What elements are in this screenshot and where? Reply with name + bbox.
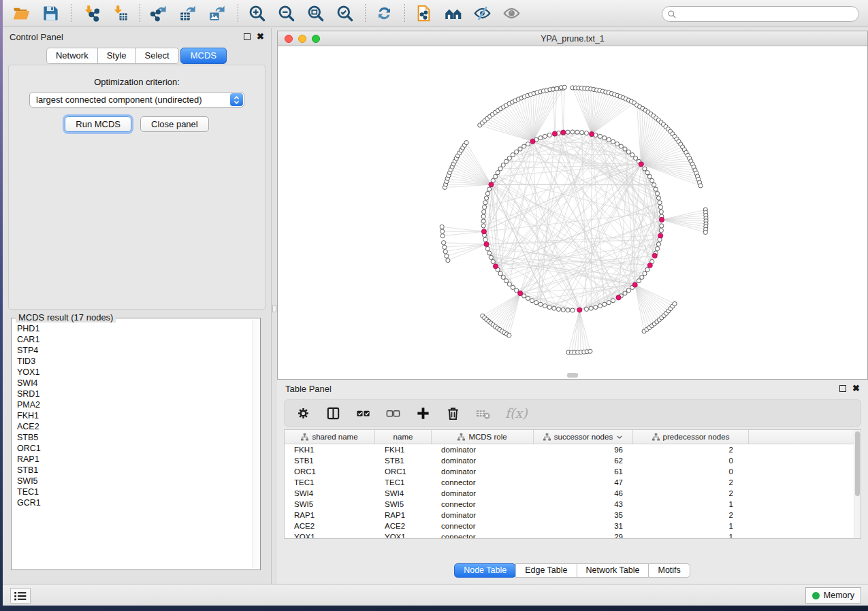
export-table-icon[interactable] xyxy=(176,3,199,24)
table-vscrollbar[interactable] xyxy=(854,430,861,538)
open-file-icon[interactable] xyxy=(10,3,33,24)
table-vscrollbar-thumb[interactable] xyxy=(855,431,860,496)
minimize-window-icon[interactable] xyxy=(298,35,306,43)
task-history-button[interactable] xyxy=(10,588,31,604)
mcds-result-item[interactable]: CAR1 xyxy=(17,334,252,345)
table-cell: 96 xyxy=(534,446,633,454)
select-stepper-icon[interactable] xyxy=(230,93,243,106)
mcds-result-item[interactable]: SWI5 xyxy=(17,476,252,486)
list-icon xyxy=(14,591,27,601)
table-row[interactable]: SWI5SWI5connector431 xyxy=(285,499,854,510)
table-row[interactable]: STB1STB1dominator620 xyxy=(285,455,854,466)
table-row[interactable]: FKH1FKH1dominator962 xyxy=(285,444,854,455)
table-row[interactable]: SWI4SWI4dominator462 xyxy=(285,488,854,499)
table-cell: 1 xyxy=(633,533,749,538)
mcds-result-item[interactable]: PMA2 xyxy=(17,399,252,410)
memory-button[interactable]: Memory xyxy=(805,587,861,604)
column-header-shared-name[interactable]: shared name xyxy=(285,430,375,444)
import-network-icon[interactable] xyxy=(78,3,101,24)
float-window-icon[interactable] xyxy=(839,385,846,392)
zoom-out-icon[interactable] xyxy=(274,3,298,24)
mcds-result-item[interactable]: STB1 xyxy=(17,465,252,476)
table-cell: ACE2 xyxy=(285,522,375,530)
table-row[interactable]: ACE2ACE2connector311 xyxy=(285,521,854,531)
table-cell: 46 xyxy=(534,489,633,497)
network-window-titlebar[interactable]: YPA_prune.txt_1 xyxy=(278,31,867,46)
criterion-selected-value: largest connected component (undirected) xyxy=(36,95,202,105)
add-icon[interactable] xyxy=(415,406,431,421)
memory-status-icon xyxy=(812,592,820,599)
tab-network[interactable]: Network xyxy=(46,48,98,64)
mcds-result-item[interactable]: RAP1 xyxy=(17,454,252,465)
mcds-result-item[interactable]: GCR1 xyxy=(17,497,252,508)
mcds-result-item[interactable]: PHD1 xyxy=(17,323,252,334)
zoom-in-icon[interactable] xyxy=(245,3,268,24)
run-mcds-button[interactable]: Run MCDS xyxy=(65,116,131,132)
tab-network-table[interactable]: Network Table xyxy=(577,563,649,578)
hide-visual-props-icon[interactable] xyxy=(470,3,494,24)
mcds-result-item[interactable]: SRD1 xyxy=(17,389,252,399)
refresh-icon[interactable] xyxy=(372,3,396,24)
unselect-all-icon[interactable] xyxy=(385,406,401,421)
tab-node-table[interactable]: Node Table xyxy=(454,563,516,578)
tab-edge-table[interactable]: Edge Table xyxy=(515,563,577,578)
table-cell: SWI5 xyxy=(285,500,375,508)
network-file-icon[interactable] xyxy=(412,3,435,24)
mcds-result-item[interactable]: STP4 xyxy=(17,345,252,356)
mcds-result-item[interactable]: TEC1 xyxy=(17,486,252,497)
select-all-icon[interactable] xyxy=(355,406,371,421)
close-panel-button[interactable]: Close panel xyxy=(140,116,209,132)
search-input[interactable] xyxy=(677,8,858,20)
legend-icon[interactable] xyxy=(441,3,464,24)
zoom-fit-icon[interactable] xyxy=(304,3,327,24)
mcds-result-item[interactable]: STB5 xyxy=(17,432,252,443)
mcds-result-item[interactable]: SWI4 xyxy=(17,378,252,389)
column-header-successor-nodes[interactable]: successor nodes xyxy=(534,430,633,444)
save-icon[interactable] xyxy=(39,3,62,24)
column-header-predecessor-nodes[interactable]: predecessor nodes xyxy=(633,430,749,444)
tab-mcds[interactable]: MCDS xyxy=(180,48,227,64)
table-cell: YOX1 xyxy=(285,533,375,538)
network-hscrollbar[interactable] xyxy=(567,373,578,378)
import-table-icon[interactable] xyxy=(108,3,131,24)
mcds-result-item[interactable]: ORC1 xyxy=(17,443,252,454)
delete-icon[interactable] xyxy=(445,406,461,421)
column-header-name[interactable]: name xyxy=(375,430,432,444)
table-cell: STB1 xyxy=(375,457,432,465)
export-image-icon[interactable] xyxy=(206,3,229,24)
close-icon[interactable]: ✖ xyxy=(852,385,860,392)
table-cell: dominator xyxy=(432,446,534,454)
mcds-result-item[interactable]: ACE2 xyxy=(17,421,252,432)
tab-style[interactable]: Style xyxy=(97,48,136,64)
export-network-icon[interactable] xyxy=(147,3,170,24)
gear-icon[interactable] xyxy=(295,406,311,421)
panel-splitter[interactable] xyxy=(272,28,277,584)
zoom-selected-icon[interactable] xyxy=(333,3,356,24)
table-row[interactable]: RAP1RAP1dominator352 xyxy=(285,510,854,521)
tab-select[interactable]: Select xyxy=(135,48,179,64)
mcds-result-item[interactable]: FKH1 xyxy=(17,410,252,421)
search-box[interactable] xyxy=(662,6,859,22)
mcds-result-item[interactable]: TID3 xyxy=(17,356,252,367)
float-window-icon[interactable] xyxy=(244,33,251,40)
mcds-result-list[interactable]: PHD1CAR1STP4TID3YOX1SWI4SRD1PMA2FKH1ACE2… xyxy=(13,320,252,568)
columns-icon[interactable] xyxy=(325,406,341,421)
tab-motifs[interactable]: Motifs xyxy=(648,563,690,578)
mcds-result-scrollbar[interactable] xyxy=(253,320,259,568)
table-cell: 62 xyxy=(534,457,633,465)
mcds-result-item[interactable]: YOX1 xyxy=(17,367,252,378)
network-canvas[interactable] xyxy=(278,46,867,379)
column-header-mcds-role[interactable]: MCDS role xyxy=(432,430,534,444)
show-graphics-details-icon[interactable] xyxy=(500,3,523,24)
table-panel: Table Panel ✖ f(x) shared namenameMCDS r… xyxy=(277,380,868,584)
table-row[interactable]: TEC1TEC1connector472 xyxy=(285,477,854,488)
table-row[interactable]: ORC1ORC1dominator610 xyxy=(285,466,854,477)
splitter-handle[interactable] xyxy=(272,305,276,312)
memory-button-label: Memory xyxy=(824,591,854,600)
criterion-select[interactable]: largest connected component (undirected) xyxy=(29,92,244,108)
maximize-window-icon[interactable] xyxy=(312,35,320,43)
network-graph[interactable] xyxy=(278,46,867,379)
close-window-icon[interactable] xyxy=(285,35,293,43)
close-icon[interactable]: ✖ xyxy=(257,33,264,40)
table-row[interactable]: YOX1YOX1connector291 xyxy=(285,531,854,538)
